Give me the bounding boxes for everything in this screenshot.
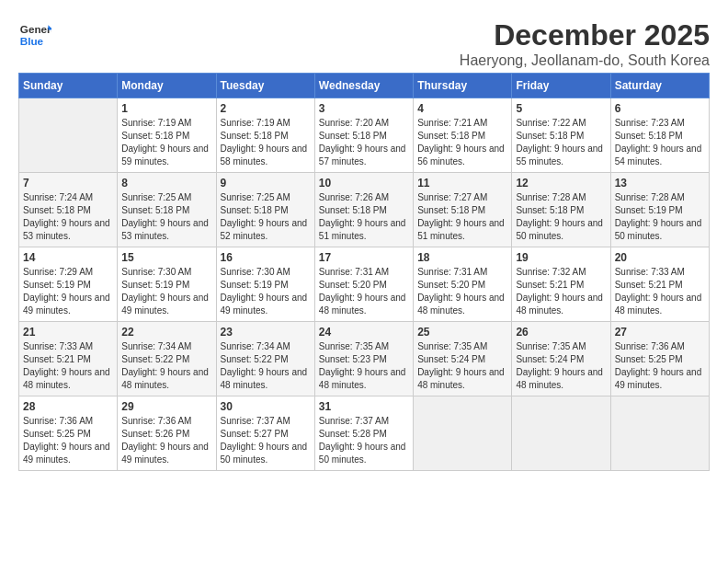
calendar-cell: 2Sunrise: 7:19 AMSunset: 5:18 PMDaylight… bbox=[216, 98, 314, 173]
title-section: December 2025 Haeryong, Jeollanam-do, So… bbox=[460, 18, 710, 69]
calendar-week-row: 1Sunrise: 7:19 AMSunset: 5:18 PMDaylight… bbox=[19, 98, 710, 173]
weekday-header: Sunday bbox=[19, 74, 118, 98]
day-info: Sunrise: 7:29 AMSunset: 5:19 PMDaylight:… bbox=[23, 266, 113, 317]
day-number: 5 bbox=[516, 102, 606, 115]
day-info: Sunrise: 7:34 AMSunset: 5:22 PMDaylight:… bbox=[221, 340, 311, 392]
calendar-cell: 27Sunrise: 7:36 AMSunset: 5:25 PMDayligh… bbox=[610, 322, 709, 396]
weekday-header: Thursday bbox=[414, 74, 512, 98]
calendar-week-row: 28Sunrise: 7:36 AMSunset: 5:25 PMDayligh… bbox=[19, 396, 710, 471]
calendar-cell: 10Sunrise: 7:26 AMSunset: 5:18 PMDayligh… bbox=[314, 173, 413, 247]
calendar-week-row: 7Sunrise: 7:24 AMSunset: 5:18 PMDaylight… bbox=[19, 173, 710, 247]
day-info: Sunrise: 7:37 AMSunset: 5:28 PMDaylight:… bbox=[319, 415, 409, 466]
day-info: Sunrise: 7:26 AMSunset: 5:18 PMDaylight:… bbox=[319, 191, 409, 243]
day-number: 2 bbox=[221, 102, 311, 115]
day-number: 28 bbox=[23, 400, 113, 413]
calendar-cell: 1Sunrise: 7:19 AMSunset: 5:18 PMDaylight… bbox=[118, 98, 216, 173]
day-number: 22 bbox=[121, 326, 211, 339]
calendar-cell: 7Sunrise: 7:24 AMSunset: 5:18 PMDaylight… bbox=[19, 173, 118, 247]
day-info: Sunrise: 7:31 AMSunset: 5:20 PMDaylight:… bbox=[417, 266, 507, 317]
calendar-cell: 17Sunrise: 7:31 AMSunset: 5:20 PMDayligh… bbox=[314, 247, 413, 322]
weekday-header: Monday bbox=[118, 74, 216, 98]
calendar-cell: 13Sunrise: 7:28 AMSunset: 5:19 PMDayligh… bbox=[610, 173, 709, 247]
day-info: Sunrise: 7:30 AMSunset: 5:19 PMDaylight:… bbox=[121, 266, 211, 317]
logo-icon: General Blue bbox=[18, 18, 51, 52]
day-info: Sunrise: 7:31 AMSunset: 5:20 PMDaylight:… bbox=[319, 266, 409, 317]
day-number: 23 bbox=[221, 326, 311, 339]
day-number: 8 bbox=[121, 177, 211, 190]
day-number: 24 bbox=[319, 326, 409, 339]
day-number: 14 bbox=[23, 251, 113, 264]
day-info: Sunrise: 7:35 AMSunset: 5:23 PMDaylight:… bbox=[319, 340, 409, 392]
day-info: Sunrise: 7:25 AMSunset: 5:18 PMDaylight:… bbox=[221, 191, 311, 243]
day-number: 9 bbox=[221, 177, 311, 190]
calendar-cell bbox=[512, 396, 610, 471]
day-info: Sunrise: 7:36 AMSunset: 5:26 PMDaylight:… bbox=[121, 415, 211, 466]
location: Haeryong, Jeollanam-do, South Korea bbox=[460, 52, 710, 69]
day-info: Sunrise: 7:37 AMSunset: 5:27 PMDaylight:… bbox=[221, 415, 311, 466]
calendar-cell: 18Sunrise: 7:31 AMSunset: 5:20 PMDayligh… bbox=[414, 247, 512, 322]
day-info: Sunrise: 7:25 AMSunset: 5:18 PMDaylight:… bbox=[121, 191, 211, 243]
calendar-cell: 31Sunrise: 7:37 AMSunset: 5:28 PMDayligh… bbox=[314, 396, 413, 471]
weekday-header: Tuesday bbox=[216, 74, 314, 98]
day-info: Sunrise: 7:22 AMSunset: 5:18 PMDaylight:… bbox=[516, 117, 606, 168]
day-info: Sunrise: 7:28 AMSunset: 5:18 PMDaylight:… bbox=[516, 191, 606, 243]
calendar-cell: 3Sunrise: 7:20 AMSunset: 5:18 PMDaylight… bbox=[314, 98, 413, 173]
day-info: Sunrise: 7:20 AMSunset: 5:18 PMDaylight:… bbox=[319, 117, 409, 168]
day-info: Sunrise: 7:19 AMSunset: 5:18 PMDaylight:… bbox=[121, 117, 211, 168]
calendar-cell: 29Sunrise: 7:36 AMSunset: 5:26 PMDayligh… bbox=[118, 396, 216, 471]
calendar-cell bbox=[610, 396, 709, 471]
logo: General Blue bbox=[18, 18, 51, 52]
day-info: Sunrise: 7:28 AMSunset: 5:19 PMDaylight:… bbox=[615, 191, 705, 243]
day-number: 6 bbox=[615, 102, 705, 115]
month-year: December 2025 bbox=[460, 18, 710, 52]
calendar-cell: 22Sunrise: 7:34 AMSunset: 5:22 PMDayligh… bbox=[118, 322, 216, 396]
day-number: 15 bbox=[121, 251, 211, 264]
day-info: Sunrise: 7:23 AMSunset: 5:18 PMDaylight:… bbox=[615, 117, 705, 168]
day-info: Sunrise: 7:21 AMSunset: 5:18 PMDaylight:… bbox=[417, 117, 507, 168]
day-info: Sunrise: 7:33 AMSunset: 5:21 PMDaylight:… bbox=[615, 266, 705, 317]
day-info: Sunrise: 7:36 AMSunset: 5:25 PMDaylight:… bbox=[23, 415, 113, 466]
day-number: 1 bbox=[121, 102, 211, 115]
calendar-cell: 12Sunrise: 7:28 AMSunset: 5:18 PMDayligh… bbox=[512, 173, 610, 247]
day-info: Sunrise: 7:24 AMSunset: 5:18 PMDaylight:… bbox=[23, 191, 113, 243]
svg-text:General: General bbox=[20, 23, 51, 35]
day-info: Sunrise: 7:34 AMSunset: 5:22 PMDaylight:… bbox=[121, 340, 211, 392]
calendar-cell: 15Sunrise: 7:30 AMSunset: 5:19 PMDayligh… bbox=[118, 247, 216, 322]
day-info: Sunrise: 7:35 AMSunset: 5:24 PMDaylight:… bbox=[516, 340, 606, 392]
day-number: 3 bbox=[319, 102, 409, 115]
day-number: 31 bbox=[319, 400, 409, 413]
day-number: 4 bbox=[417, 102, 507, 115]
calendar-cell bbox=[19, 98, 118, 173]
calendar-cell: 26Sunrise: 7:35 AMSunset: 5:24 PMDayligh… bbox=[512, 322, 610, 396]
day-number: 30 bbox=[221, 400, 311, 413]
weekday-header-row: SundayMondayTuesdayWednesdayThursdayFrid… bbox=[19, 74, 710, 98]
weekday-header: Saturday bbox=[610, 74, 709, 98]
day-number: 29 bbox=[121, 400, 211, 413]
day-number: 11 bbox=[417, 177, 507, 190]
calendar-week-row: 21Sunrise: 7:33 AMSunset: 5:21 PMDayligh… bbox=[19, 322, 710, 396]
calendar-table: SundayMondayTuesdayWednesdayThursdayFrid… bbox=[18, 73, 710, 471]
calendar-cell: 25Sunrise: 7:35 AMSunset: 5:24 PMDayligh… bbox=[414, 322, 512, 396]
page-header: General Blue December 2025 Haeryong, Jeo… bbox=[18, 18, 710, 69]
calendar-cell: 19Sunrise: 7:32 AMSunset: 5:21 PMDayligh… bbox=[512, 247, 610, 322]
calendar-cell: 28Sunrise: 7:36 AMSunset: 5:25 PMDayligh… bbox=[19, 396, 118, 471]
calendar-cell: 5Sunrise: 7:22 AMSunset: 5:18 PMDaylight… bbox=[512, 98, 610, 173]
day-info: Sunrise: 7:33 AMSunset: 5:21 PMDaylight:… bbox=[23, 340, 113, 392]
calendar-cell: 4Sunrise: 7:21 AMSunset: 5:18 PMDaylight… bbox=[414, 98, 512, 173]
calendar-cell: 24Sunrise: 7:35 AMSunset: 5:23 PMDayligh… bbox=[314, 322, 413, 396]
day-number: 16 bbox=[221, 251, 311, 264]
day-info: Sunrise: 7:35 AMSunset: 5:24 PMDaylight:… bbox=[417, 340, 507, 392]
calendar-cell: 16Sunrise: 7:30 AMSunset: 5:19 PMDayligh… bbox=[216, 247, 314, 322]
day-info: Sunrise: 7:19 AMSunset: 5:18 PMDaylight:… bbox=[221, 117, 311, 168]
day-info: Sunrise: 7:36 AMSunset: 5:25 PMDaylight:… bbox=[615, 340, 705, 392]
calendar-cell: 8Sunrise: 7:25 AMSunset: 5:18 PMDaylight… bbox=[118, 173, 216, 247]
calendar-cell: 9Sunrise: 7:25 AMSunset: 5:18 PMDaylight… bbox=[216, 173, 314, 247]
day-info: Sunrise: 7:27 AMSunset: 5:18 PMDaylight:… bbox=[417, 191, 507, 243]
calendar-cell: 14Sunrise: 7:29 AMSunset: 5:19 PMDayligh… bbox=[19, 247, 118, 322]
day-number: 26 bbox=[516, 326, 606, 339]
calendar-cell: 11Sunrise: 7:27 AMSunset: 5:18 PMDayligh… bbox=[414, 173, 512, 247]
calendar-cell: 20Sunrise: 7:33 AMSunset: 5:21 PMDayligh… bbox=[610, 247, 709, 322]
svg-text:Blue: Blue bbox=[20, 35, 44, 47]
calendar-cell bbox=[414, 396, 512, 471]
day-number: 17 bbox=[319, 251, 409, 264]
